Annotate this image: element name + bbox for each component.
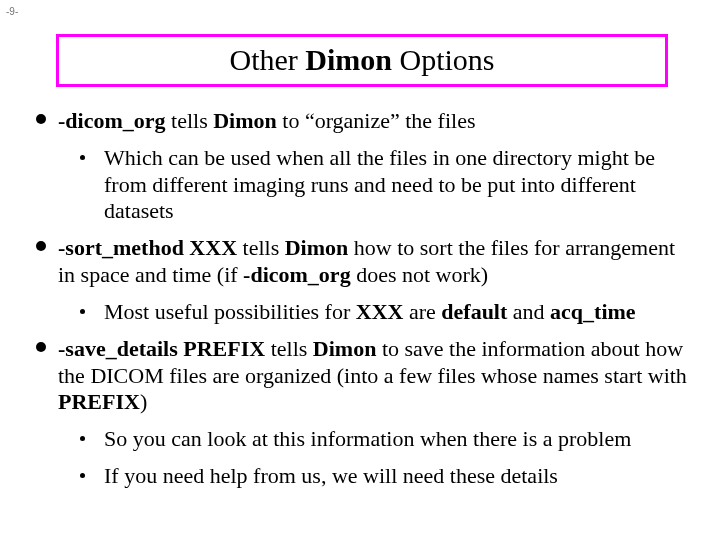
text: and	[507, 299, 550, 324]
bold-text: Dimon	[313, 336, 377, 361]
text: Which can be used when all the files in …	[104, 145, 655, 224]
bullet-level2: If you need help from us, we will need t…	[30, 463, 690, 490]
bullet-dot-icon	[80, 309, 85, 314]
text: tells	[166, 108, 214, 133]
subbullet-text: If you need help from us, we will need t…	[104, 463, 558, 488]
text: to “organize” the files	[277, 108, 476, 133]
bullet-level2: Most useful possibilities for XXX are de…	[30, 299, 690, 326]
text: does not work)	[351, 262, 488, 287]
bold-text: Dimon	[285, 235, 349, 260]
text: tells	[237, 235, 285, 260]
title-pre: Other	[229, 43, 305, 76]
bullet-level2: Which can be used when all the files in …	[30, 145, 690, 225]
subbullet-text: So you can look at this information when…	[104, 426, 631, 451]
bullet-level1: -dicom_org tells Dimon to “organize” the…	[30, 108, 690, 135]
bullet-dot-icon	[80, 473, 85, 478]
bold-text: acq_time	[550, 299, 636, 324]
bullet-disc-icon	[36, 342, 46, 352]
bold-text: default	[441, 299, 507, 324]
bold-text: XXX	[356, 299, 404, 324]
text: If you need help from us, we will need t…	[104, 463, 558, 488]
bold-text: PREFIX	[58, 389, 140, 414]
bullet-text: -save_details PREFIX tells Dimon to save…	[58, 336, 687, 415]
bold-text: -dicom_org	[243, 262, 351, 287]
subbullet-text: Which can be used when all the files in …	[104, 145, 655, 224]
bullet-level1: -save_details PREFIX tells Dimon to save…	[30, 336, 690, 416]
bullet-disc-icon	[36, 241, 46, 251]
bold-text: -save_details PREFIX	[58, 336, 265, 361]
text: )	[140, 389, 147, 414]
bold-text: Dimon	[213, 108, 277, 133]
text: tells	[265, 336, 313, 361]
bullet-level2: So you can look at this information when…	[30, 426, 690, 453]
title-bold: Dimon	[305, 43, 392, 76]
text: So you can look at this information when…	[104, 426, 631, 451]
slide: -9- Other Dimon Options -dicom_org tells…	[0, 0, 720, 540]
bold-text: -dicom_org	[58, 108, 166, 133]
bullet-text: -dicom_org tells Dimon to “organize” the…	[58, 108, 476, 133]
bold-text: -sort_method XXX	[58, 235, 237, 260]
bullet-dot-icon	[80, 436, 85, 441]
bullet-dot-icon	[80, 155, 85, 160]
text: are	[403, 299, 441, 324]
bullet-text: -sort_method XXX tells Dimon how to sort…	[58, 235, 675, 287]
title-post: Options	[392, 43, 495, 76]
text: Most useful possibilities for	[104, 299, 356, 324]
title-box: Other Dimon Options	[56, 34, 668, 87]
page-number: -9-	[6, 6, 18, 17]
bullet-disc-icon	[36, 114, 46, 124]
subbullet-text: Most useful possibilities for XXX are de…	[104, 299, 636, 324]
content-area: -dicom_org tells Dimon to “organize” the…	[30, 98, 690, 492]
slide-title: Other Dimon Options	[229, 43, 494, 76]
bullet-level1: -sort_method XXX tells Dimon how to sort…	[30, 235, 690, 289]
